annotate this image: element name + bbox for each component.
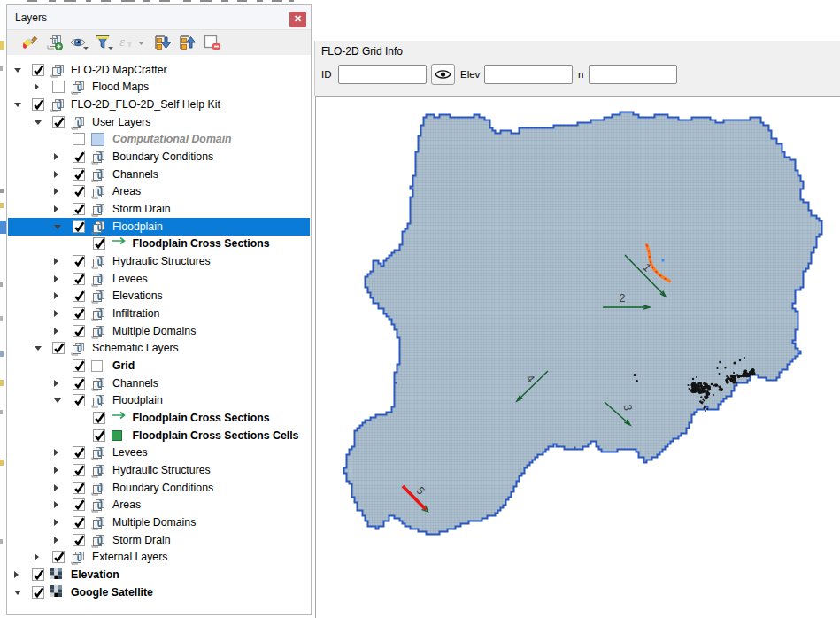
svg-text:2: 2 xyxy=(620,292,626,305)
svg-text:ε: ε xyxy=(119,35,125,49)
